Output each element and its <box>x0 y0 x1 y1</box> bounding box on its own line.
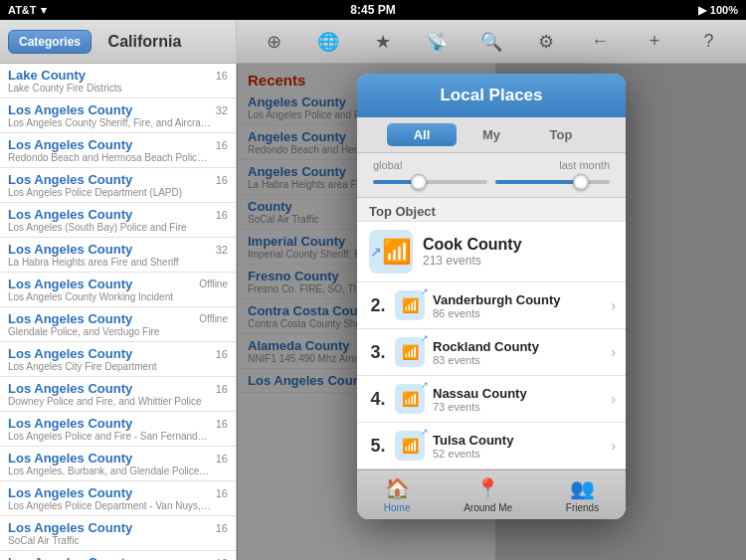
modal-bottom-btn-home[interactable]: 🏠 Home <box>384 476 411 513</box>
list-item[interactable]: Los Angeles County Los Angeles City Fire… <box>0 342 236 377</box>
slider-thumb-1[interactable] <box>411 174 427 190</box>
list-item[interactable]: Los Angeles County Redondo Beach and Her… <box>0 133 236 168</box>
list-item-badge: 16 <box>216 451 228 465</box>
top-object-item[interactable]: ↗ 📶 Cook County 213 events <box>357 221 626 282</box>
item-name: Vanderburgh County <box>433 292 611 307</box>
list-item[interactable]: Los Angeles County Los Angeles Police De… <box>0 168 236 203</box>
list-item-title: Los Angeles County <box>8 242 212 257</box>
list-item-badge: 16 <box>216 137 228 151</box>
list-item-badge: 32 <box>216 102 228 116</box>
list-item-subtitle: SoCal Air Traffic <box>8 535 212 546</box>
modal: Local Places AllMyTop global last month <box>357 74 626 519</box>
modal-sliders: global last month <box>357 153 626 198</box>
toolbar: ⊕🌐★📡🔍⚙←+? <box>237 20 746 64</box>
broadcast-icon[interactable]: 📡 <box>419 24 455 60</box>
list-item-title: Los Angeles County <box>8 207 212 222</box>
item-icon-wrap: 📶 ↗ <box>395 337 425 367</box>
left-list: Lake County Lake County Fire Districts 1… <box>0 64 236 560</box>
modal-list: 2. 📶 ↗ Vanderburgh County 86 events › 3.… <box>357 282 626 469</box>
list-item[interactable]: Los Angeles County Los Angeles County Sh… <box>0 98 236 133</box>
tower-small-icon: 📶 <box>402 297 419 313</box>
help-icon[interactable]: ? <box>691 24 727 60</box>
list-item[interactable]: Los Angeles County Los Angeles Police an… <box>0 412 236 447</box>
list-item-badge: Offline <box>199 277 228 289</box>
list-item[interactable]: Los Angeles County Los Angeles (South Ba… <box>0 203 236 238</box>
slider-bar-1[interactable] <box>373 180 487 184</box>
location-icon[interactable]: ⊕ <box>256 24 291 60</box>
modal-tab-my[interactable]: My <box>457 123 526 146</box>
slider-bar-2[interactable] <box>495 180 610 184</box>
list-item-badge: Offline <box>199 311 228 324</box>
modal-tab-top[interactable]: Top <box>526 123 596 146</box>
bottom-btn-label: Home <box>384 502 411 513</box>
status-left: AT&T ▾ <box>8 4 47 17</box>
list-item-badge: 16 <box>216 416 228 430</box>
list-item-content: Los Angeles County Redondo Beach and Her… <box>8 137 212 163</box>
list-item-title: Los Angeles County <box>8 520 212 535</box>
list-item-badge: 16 <box>216 485 228 499</box>
modal-list-item[interactable]: 5. 📶 ↗ Tulsa County 52 events › <box>357 423 626 469</box>
list-item-title: Lake County <box>8 68 212 83</box>
list-item[interactable]: Los Angeles County Los Angeles County Wo… <box>0 273 236 307</box>
add-icon[interactable]: + <box>637 24 672 60</box>
modal-list-item[interactable]: 3. 📶 ↗ Rockland County 83 events › <box>357 329 626 376</box>
list-item[interactable]: Los Angeles County Glendale Police, and … <box>0 307 236 342</box>
list-item-subtitle: Los Angeles (South Bay) Police and Fire <box>8 222 212 233</box>
settings-icon[interactable]: ⚙ <box>528 24 564 60</box>
app-container: Categories California Lake County Lake C… <box>0 20 746 560</box>
list-item-title: Los Angeles County <box>8 172 212 187</box>
list-item-content: Los Angeles County Los Angeles Police De… <box>8 172 212 198</box>
list-item[interactable]: Los Angeles County Los Angeles Police De… <box>0 481 236 516</box>
item-chevron-icon: › <box>611 391 616 407</box>
slider-track <box>373 175 610 189</box>
left-panel: Categories California Lake County Lake C… <box>0 20 237 560</box>
tower-small-icon: 📶 <box>402 438 419 454</box>
list-item[interactable]: Los Angeles County SoCal Air Traffic 16 <box>0 516 236 551</box>
list-item-content: Los Angeles County Downey Police and Fir… <box>8 381 212 407</box>
slider-thumb-2[interactable] <box>573 174 589 190</box>
list-item-subtitle: Los Angeles Police and Fire - San Fernan… <box>8 431 212 442</box>
list-item-content: Los Angeles County Glendale Police, and … <box>8 311 195 337</box>
list-item-content: Los Angeles County SoCal Air Traffic <box>8 520 212 546</box>
battery-label: 100% <box>710 4 738 16</box>
search-icon[interactable]: 🔍 <box>473 24 509 60</box>
list-item-badge: 16 <box>216 346 228 360</box>
bottom-btn-icon: 📍 <box>475 476 500 500</box>
list-item[interactable]: Los Angeles County Los Angeles, Burbank,… <box>0 447 236 481</box>
list-item[interactable]: Los Angeles County Amateur Repeater Los … <box>0 551 236 560</box>
list-item-title: Los Angeles County <box>8 277 195 291</box>
item-info: Vanderburgh County 86 events <box>433 292 611 319</box>
modal-bottom-btn-around-me[interactable]: 📍 Around Me <box>464 476 512 513</box>
item-arrow-overlay: ↗ <box>421 286 429 296</box>
globe-icon[interactable]: 🌐 <box>310 24 346 60</box>
list-item[interactable]: Los Angeles County La Habra Heights area… <box>0 238 236 273</box>
list-item-badge: 16 <box>216 381 228 395</box>
modal-tab-all[interactable]: All <box>387 123 457 146</box>
list-item-content: Los Angeles County Los Angeles (South Ba… <box>8 207 212 233</box>
bottom-btn-label: Friends <box>566 502 599 513</box>
list-item[interactable]: Lake County Lake County Fire Districts 1… <box>0 64 236 98</box>
list-item[interactable]: Los Angeles County Downey Police and Fir… <box>0 377 236 412</box>
item-info: Nassau County 73 events <box>433 386 611 413</box>
item-icon-wrap: 📶 ↗ <box>395 290 425 320</box>
modal-list-item[interactable]: 2. 📶 ↗ Vanderburgh County 86 events › <box>357 282 626 329</box>
item-events: 86 events <box>433 307 611 319</box>
list-item-subtitle: Downey Police and Fire, and Whittier Pol… <box>8 396 212 407</box>
list-item-title: Los Angeles County <box>8 485 212 500</box>
left-header: Categories California <box>0 20 236 64</box>
item-arrow-overlay: ↗ <box>421 427 429 437</box>
categories-button[interactable]: Categories <box>8 30 92 54</box>
list-item-subtitle: Glendale Police, and Verdugo Fire <box>8 326 195 337</box>
bottom-btn-icon: 👥 <box>570 476 595 500</box>
item-chevron-icon: › <box>611 438 616 454</box>
tower-icon: 📶 <box>382 238 412 266</box>
list-item-subtitle: Redondo Beach and Hermosa Beach Police a… <box>8 152 212 163</box>
top-object-info: Cook County 213 events <box>423 236 614 268</box>
modal-bottom-btn-friends[interactable]: 👥 Friends <box>566 476 599 513</box>
list-item-content: Los Angeles County Los Angeles City Fire… <box>8 346 212 372</box>
back-icon[interactable]: ← <box>582 24 618 60</box>
modal-list-item[interactable]: 4. 📶 ↗ Nassau County 73 events › <box>357 376 626 423</box>
star-icon[interactable]: ★ <box>365 24 401 60</box>
item-rank: 5. <box>367 436 389 457</box>
list-item-subtitle: Los Angeles Police Department - Van Nuys… <box>8 500 212 511</box>
